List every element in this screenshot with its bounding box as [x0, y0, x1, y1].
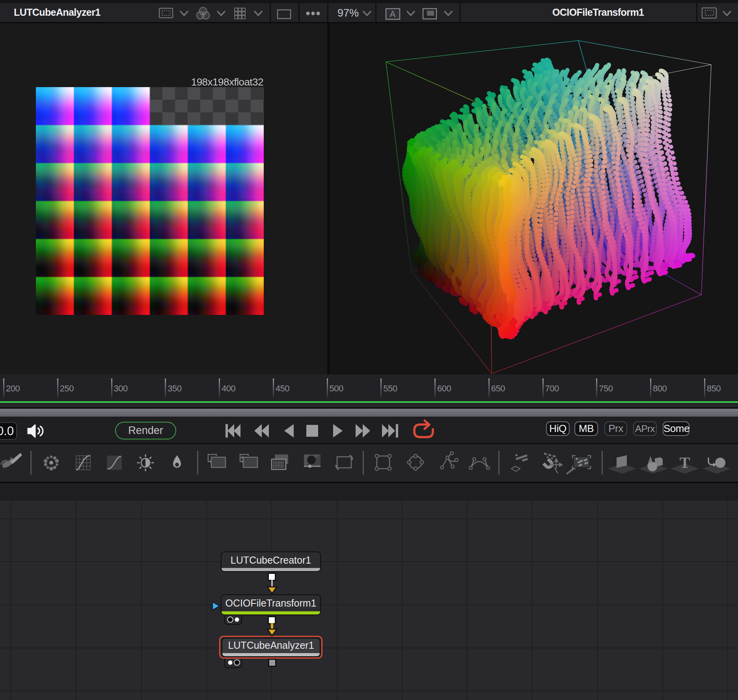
- svg-text:A: A: [390, 9, 396, 19]
- svg-text:T: T: [680, 454, 690, 471]
